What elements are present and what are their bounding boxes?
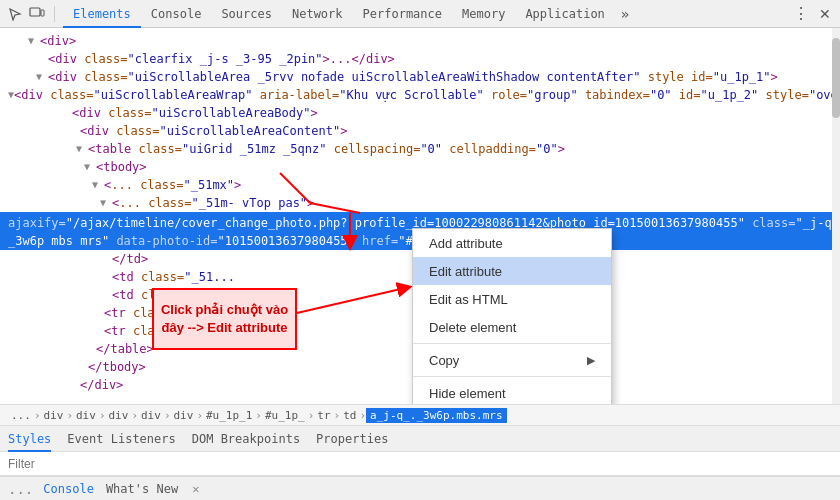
annotation-box: Click phải chuột vào đây --> Edit attrib… [152, 288, 297, 350]
breadcrumb-item[interactable]: div [138, 409, 164, 422]
breadcrumb-item[interactable]: td [340, 409, 359, 422]
tab-network[interactable]: Network [282, 0, 353, 28]
expand-arrow[interactable]: ▼ [76, 140, 88, 158]
menu-separator [413, 343, 611, 344]
tab-sources[interactable]: Sources [211, 0, 282, 28]
menu-item-edit-html[interactable]: Edit as HTML [413, 285, 611, 313]
breadcrumb-item[interactable]: #u_1p_1 [203, 409, 255, 422]
menu-item-add-attribute[interactable]: Add attribute [413, 229, 611, 257]
submenu-arrow: ▶ [587, 354, 595, 367]
console-tab[interactable]: Console [41, 482, 96, 496]
expand-arrow[interactable]: ▼ [92, 176, 104, 194]
bottom-tabs: Styles Event Listeners DOM Breakpoints P… [0, 426, 840, 452]
device-icon[interactable] [28, 5, 46, 23]
close-whatsnew-icon[interactable]: ✕ [192, 482, 199, 496]
tab-console[interactable]: Console [141, 0, 212, 28]
breadcrumb-item[interactable]: div [73, 409, 99, 422]
tab-dom-breakpoints[interactable]: DOM Breakpoints [192, 426, 300, 452]
close-icon[interactable]: ✕ [816, 5, 834, 23]
expand-arrow[interactable]: ▼ [84, 158, 96, 176]
html-line[interactable]: <div class="clearfix _j-s _3-95 _2pin">.… [0, 50, 840, 68]
menu-item-hide-element[interactable]: Hide element [413, 379, 611, 404]
breadcrumb-item[interactable]: #u_1p_ [262, 409, 308, 422]
filter-input[interactable] [8, 457, 832, 471]
tab-properties[interactable]: Properties [316, 426, 388, 452]
tab-performance[interactable]: Performance [353, 0, 452, 28]
html-line[interactable]: ▼ <... class="_51m- vTop pas"> [0, 194, 840, 212]
scrollbar[interactable] [832, 28, 840, 404]
tab-bar: Elements Console Sources Network Perform… [63, 0, 788, 28]
more-tabs-icon[interactable]: » [615, 6, 635, 22]
settings-icon[interactable]: ⋮ [792, 5, 810, 23]
main-panel: ▼ <div> <div class="clearfix _j-s _3-95 … [0, 28, 840, 500]
tab-event-listeners[interactable]: Event Listeners [67, 426, 175, 452]
html-line[interactable]: ▼ <div> [0, 32, 840, 50]
html-line[interactable]: ▼ <div class="uiScrollableArea _5rvv nof… [0, 68, 840, 86]
html-line[interactable]: ▼ <table class="uiGrid _51mz _5qnz" cell… [0, 140, 840, 158]
expand-arrow[interactable]: ▼ [28, 32, 40, 50]
breadcrumb-item[interactable]: div [106, 409, 132, 422]
breadcrumb: ... › div › div › div › div › div › #u_1… [0, 404, 840, 426]
toolbar-right: ⋮ ✕ [792, 5, 834, 23]
html-line[interactable]: ▼ <... class="_51mx"> [0, 176, 840, 194]
expand-arrow[interactable]: ▼ [36, 68, 48, 86]
tab-memory[interactable]: Memory [452, 0, 515, 28]
console-dots: ... [8, 481, 33, 497]
tab-elements[interactable]: Elements [63, 0, 141, 28]
toolbar: Elements Console Sources Network Perform… [0, 0, 840, 28]
breadcrumb-item-highlighted[interactable]: a_j-q_._3w6p.mbs.mrs [366, 408, 506, 423]
html-line[interactable]: ▼ <tbody> [0, 158, 840, 176]
menu-item-copy[interactable]: Copy ▶ [413, 346, 611, 374]
html-line[interactable]: ▼ <div class="uiScrollableAreaWrap" aria… [0, 86, 840, 104]
menu-item-edit-attribute[interactable]: Edit attribute [413, 257, 611, 285]
svg-rect-1 [41, 10, 44, 16]
breadcrumb-item[interactable]: div [171, 409, 197, 422]
breadcrumb-item[interactable]: tr [314, 409, 333, 422]
whatsnew-tab[interactable]: What's New [104, 482, 180, 496]
filter-row [0, 452, 840, 476]
context-menu: Add attribute Edit attribute Edit as HTM… [412, 228, 612, 404]
console-bar: ... Console What's New ✕ [0, 476, 840, 500]
html-line[interactable]: <div class="uiScrollableAreaContent"> [0, 122, 840, 140]
menu-separator [413, 376, 611, 377]
breadcrumb-item[interactable]: div [41, 409, 67, 422]
tab-application[interactable]: Application [515, 0, 614, 28]
elements-panel: ▼ <div> <div class="clearfix _j-s _3-95 … [0, 28, 840, 404]
breadcrumb-item[interactable]: ... [8, 409, 34, 422]
menu-item-delete-element[interactable]: Delete element [413, 313, 611, 341]
scrollbar-thumb[interactable] [832, 38, 840, 118]
toolbar-divider [54, 6, 55, 22]
html-line[interactable]: <div class="uiScrollableAreaBody"> [0, 104, 840, 122]
svg-rect-0 [30, 8, 40, 16]
tab-styles[interactable]: Styles [8, 426, 51, 452]
cursor-icon[interactable] [6, 5, 24, 23]
expand-arrow[interactable]: ▼ [100, 194, 112, 212]
